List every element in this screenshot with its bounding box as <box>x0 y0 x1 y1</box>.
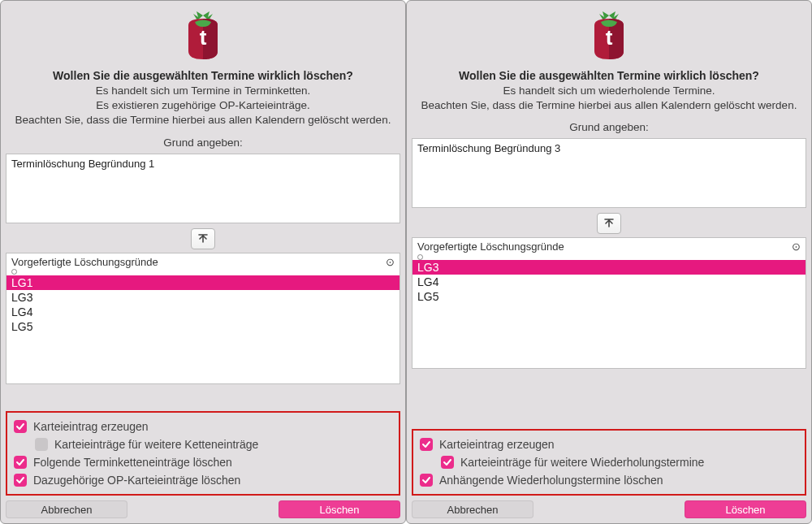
preset-reasons-header: Vorgefertigte Löschungsgründe ⊙ <box>6 253 400 269</box>
checkbox-label: Folgende Terminketteneinträge löschen <box>33 456 232 469</box>
options-group: Karteieintrag erzeugen Karteieinträge fü… <box>412 429 806 496</box>
checkbox-icon[interactable] <box>420 474 433 487</box>
preset-reasons-header: Vorgefertigte Löschungsgründe ⊙ <box>412 238 806 253</box>
checkbox-row[interactable]: Karteieintrag erzeugen <box>417 435 801 453</box>
delete-button[interactable]: Löschen <box>279 500 400 518</box>
upload-icon <box>197 233 209 245</box>
checkbox-row[interactable]: Karteieintrag erzeugen <box>11 418 395 435</box>
checkbox-icon[interactable] <box>14 420 27 433</box>
checkbox-row[interactable]: Karteieinträge für weitere Wiederholungs… <box>417 453 801 471</box>
checkbox-icon[interactable] <box>441 456 454 469</box>
checkbox-label: Dazugehörige OP-Karteieinträge löschen <box>33 474 240 487</box>
dialog-headline: Wollen Sie die ausgewählten Termine wirk… <box>6 69 400 82</box>
upload-button[interactable] <box>597 213 621 234</box>
checkbox-label: Karteieinträge für weitere Wiederholungs… <box>460 456 704 469</box>
list-item[interactable]: LG5 <box>412 289 806 304</box>
checkbox-label: Karteieinträge für weitere Ketteneinträg… <box>54 438 258 451</box>
checkbox-row[interactable]: Dazugehörige OP-Karteieinträge löschen <box>11 471 395 489</box>
list-item[interactable]: LG3 <box>412 260 806 275</box>
list-item[interactable]: LG3 <box>6 290 400 305</box>
checkbox-row[interactable]: Anhängende Wiederholungstermine löschen <box>417 471 801 489</box>
svg-text:t: t <box>606 25 613 50</box>
preset-reasons-label: Vorgefertigte Löschungsgründe <box>11 256 158 268</box>
button-row: Abbrechen Löschen <box>6 500 400 518</box>
delete-button[interactable]: Löschen <box>685 500 806 518</box>
list-item[interactable]: LG4 <box>412 275 806 289</box>
list-item[interactable]: LG4 <box>6 305 400 319</box>
cancel-button[interactable]: Abbrechen <box>6 500 127 518</box>
preset-reasons-panel: Vorgefertigte Löschungsgründe ⊙ LG1 LG3 … <box>6 253 400 384</box>
preset-reasons-list[interactable]: LG1 LG3 LG4 LG5 <box>6 275 400 383</box>
checkbox-row[interactable]: Folgende Terminketteneinträge löschen <box>11 453 395 471</box>
preset-reasons-label: Vorgefertigte Löschungsgründe <box>417 240 564 253</box>
logo-row: t <box>412 11 806 63</box>
list-item[interactable]: LG1 <box>6 275 400 290</box>
reason-textarea[interactable]: Terminlöschung Begründung 3 <box>412 138 806 208</box>
logo-row: t <box>6 11 400 63</box>
reason-prompt: Grund angeben: <box>6 136 400 149</box>
checkbox-icon[interactable] <box>420 438 433 451</box>
upload-icon <box>603 218 615 229</box>
preset-reasons-list[interactable]: LG3 LG4 LG5 <box>412 260 806 368</box>
delete-dialog-right: t Wollen Sie die ausgewählten Termine wi… <box>406 0 812 524</box>
upload-row <box>6 228 400 249</box>
checkbox-row[interactable]: Karteieinträge für weitere Ketteneinträg… <box>11 435 395 453</box>
dialog-subline: Es existieren zugehörige OP-Karteieinträ… <box>6 98 400 113</box>
options-group: Karteieintrag erzeugen Karteieinträge fü… <box>6 411 400 496</box>
app-logo-icon: t <box>180 11 226 63</box>
dialog-subline: Beachten Sie, dass die Termine hierbei a… <box>412 98 806 113</box>
delete-dialog-left: t Wollen Sie die ausgewählten Termine wi… <box>0 0 406 524</box>
app-logo-icon: t <box>586 11 632 63</box>
more-icon[interactable]: ⊙ <box>792 240 801 253</box>
dialog-subline: Beachten Sie, dass die Termine hierbei a… <box>6 113 400 128</box>
checkbox-label: Karteieintrag erzeugen <box>33 420 149 433</box>
list-item[interactable]: LG5 <box>6 319 400 334</box>
checkbox-label: Anhängende Wiederholungstermine löschen <box>439 474 663 487</box>
button-row: Abbrechen Löschen <box>412 500 806 518</box>
checkbox-label: Karteieintrag erzeugen <box>439 438 555 451</box>
dialog-headline: Wollen Sie die ausgewählten Termine wirk… <box>412 69 806 82</box>
preset-reasons-panel: Vorgefertigte Löschungsgründe ⊙ LG3 LG4 … <box>412 237 806 369</box>
dialog-subline: Es handelt sich um wiederholende Termine… <box>412 84 806 98</box>
divider <box>412 253 806 260</box>
divider <box>6 269 400 275</box>
dialog-subline: Es handelt sich um Termine in Terminkett… <box>6 84 400 98</box>
reason-prompt: Grund angeben: <box>412 121 806 133</box>
reason-textarea[interactable]: Terminlöschung Begründung 1 <box>6 154 400 223</box>
cancel-button[interactable]: Abbrechen <box>412 500 533 518</box>
upload-row <box>412 213 806 234</box>
checkbox-icon[interactable] <box>14 456 27 469</box>
svg-text:t: t <box>200 25 207 50</box>
checkbox-icon[interactable] <box>35 438 48 451</box>
checkbox-icon[interactable] <box>14 474 27 487</box>
more-icon[interactable]: ⊙ <box>386 256 395 268</box>
upload-button[interactable] <box>191 228 215 249</box>
